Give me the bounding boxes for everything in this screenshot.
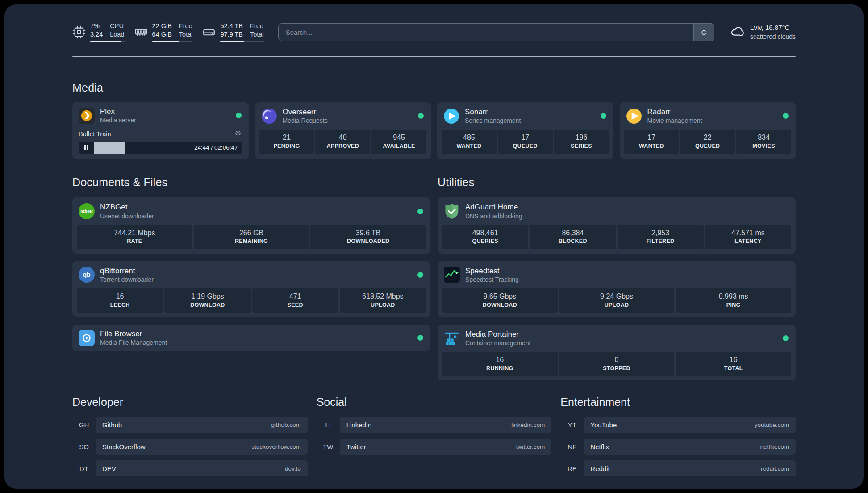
bookmark-netflix[interactable]: NF Netflixnetflix.com xyxy=(560,439,796,455)
stat-box: 9.65 GbpsDOWNLOAD xyxy=(442,288,558,313)
stat-label: LEECH xyxy=(79,301,161,309)
cpu-icon xyxy=(72,25,86,39)
disk-free-label: Free xyxy=(250,22,264,30)
stat-label: SERIES xyxy=(556,142,607,150)
bookmark-abbr: NF xyxy=(560,439,584,455)
bookmark-group-title: Entertainment xyxy=(560,396,796,409)
bookmark-dev[interactable]: DT DEVdev.to xyxy=(72,460,308,476)
service-link-qbittorrent[interactable]: qb qBittorrent Torrent downloader xyxy=(72,261,430,288)
status-dot xyxy=(417,335,423,341)
bookmark-domain: stackoverflow.com xyxy=(251,443,300,450)
bookmark-domain: twitter.com xyxy=(516,443,545,450)
playback-progress-bar[interactable]: 24:44 / 02:06:47 xyxy=(79,142,242,154)
stat-box: 22QUEUED xyxy=(680,130,735,154)
memory-icon xyxy=(134,25,148,39)
service-link-nzbget[interactable]: nzbget NZBGet Usenet downloader xyxy=(72,197,430,225)
service-link-sonarr[interactable]: Sonarr Series management xyxy=(437,102,613,130)
stat-box: 9.24 GbpsUPLOAD xyxy=(559,288,675,313)
service-link-portainer[interactable]: Media Portainer Container management xyxy=(438,325,796,352)
radarr-icon xyxy=(626,108,642,124)
stat-value: 618.52 Mbps xyxy=(342,292,424,301)
nzbget-icon: nzbget xyxy=(79,203,95,219)
bookmark-domain: linkedin.com xyxy=(511,422,545,428)
bookmark-github[interactable]: GH Githubgithub.com xyxy=(72,417,308,433)
stat-value: 16 xyxy=(444,355,556,365)
memory-free-label: Free xyxy=(179,22,193,30)
stat-label: REMAINING xyxy=(196,238,308,245)
search-input[interactable] xyxy=(279,24,693,41)
stat-value: 9.24 Gbps xyxy=(561,292,673,301)
service-stats: 744.21 MbpsRATE 266 GBREMAINING 39.6 TBD… xyxy=(77,225,426,249)
cpu-bar xyxy=(90,41,125,42)
gear-icon[interactable] xyxy=(234,130,242,138)
bookmark-abbr: RE xyxy=(560,460,584,476)
bookmark-group-entertainment: Entertainment YT YouTubeyoutube.com NF N… xyxy=(560,396,796,476)
stat-box: 0STOPPED xyxy=(559,352,675,376)
section-media: Media Plex Media server xyxy=(72,81,796,159)
stat-box: 17WANTED xyxy=(624,130,679,154)
stat-value: 945 xyxy=(373,133,425,142)
pause-button[interactable] xyxy=(79,142,94,154)
sonarr-icon xyxy=(443,108,459,124)
service-subtitle: Series management xyxy=(465,117,521,125)
bookmark-abbr: YT xyxy=(560,417,584,433)
stat-label: RATE xyxy=(79,238,191,245)
service-link-plex[interactable]: Plex Media server xyxy=(72,102,249,129)
stat-box: 618.52 MbpsUPLOAD xyxy=(340,288,426,313)
stat-box: 834MOVIES xyxy=(736,130,791,154)
stat-value: 40 xyxy=(317,133,368,142)
bookmark-twitter[interactable]: TW Twittertwitter.com xyxy=(317,439,552,455)
service-title: Speedtest xyxy=(465,266,519,276)
bookmark-name: DEV xyxy=(102,465,285,472)
service-card-nzbget: nzbget NZBGet Usenet downloader 744.21 M… xyxy=(72,197,430,253)
bookmark-stackoverflow[interactable]: SO StackOverflowstackoverflow.com xyxy=(72,439,308,455)
service-stats: 16RUNNING 0STOPPED 16TOTAL xyxy=(442,352,791,376)
stat-box: 21PENDING xyxy=(259,130,314,154)
service-card-adguard: AdGuard Home DNS and adblocking 498,461Q… xyxy=(438,197,796,253)
service-link-speedtest[interactable]: Speedtest Speedtest Tracking xyxy=(438,261,796,288)
stat-box: 471SEED xyxy=(252,288,338,313)
bookmark-reddit[interactable]: RE Redditreddit.com xyxy=(560,460,796,476)
service-link-radarr[interactable]: Radarr Movie management xyxy=(620,102,796,130)
stat-value: 16 xyxy=(79,292,161,301)
stat-box: 47.571 msLATENCY xyxy=(705,225,791,249)
status-dot xyxy=(783,335,789,341)
header-divider xyxy=(72,56,796,57)
stat-box: 196SERIES xyxy=(554,130,609,154)
stat-box: 498,461QUERIES xyxy=(442,225,528,249)
bookmark-domain: github.com xyxy=(271,422,301,428)
stat-value: 266 GB xyxy=(196,228,308,238)
search-provider-button[interactable]: G xyxy=(693,24,714,41)
service-link-adguard[interactable]: AdGuard Home DNS and adblocking xyxy=(438,197,796,225)
stat-label: RUNNING xyxy=(444,365,556,372)
service-subtitle: Usenet downloader xyxy=(100,212,154,220)
memory-total-label: Total xyxy=(179,30,193,39)
status-dot xyxy=(601,113,606,119)
bookmark-youtube[interactable]: YT YouTubeyoutube.com xyxy=(560,417,796,433)
stat-label: APPROVED xyxy=(317,142,368,150)
service-link-overseerr[interactable]: Overseerr Media Requests xyxy=(255,102,431,130)
disk-free-value: 52.4 TB xyxy=(220,22,243,30)
stat-value: 17 xyxy=(626,133,677,142)
memory-total-value: 64 GiB xyxy=(152,30,172,39)
weather-condition: scattered clouds xyxy=(750,33,796,41)
service-title: NZBGet xyxy=(100,202,154,212)
service-card-speedtest: Speedtest Speedtest Tracking 9.65 GbpsDO… xyxy=(438,261,796,317)
bookmark-group-title: Social xyxy=(317,396,552,409)
bookmark-domain: netflix.com xyxy=(760,443,789,450)
bookmark-abbr: LI xyxy=(317,417,340,433)
service-card-qbittorrent: qb qBittorrent Torrent downloader 16LEEC… xyxy=(72,261,430,317)
stat-label: SEED xyxy=(254,301,337,309)
playback-time: 24:44 / 02:06:47 xyxy=(194,142,238,154)
section-title-utilities: Utilities xyxy=(438,176,796,189)
bookmark-group-developer: Developer GH Githubgithub.com SO StackOv… xyxy=(72,396,308,476)
stat-value: 1.19 Gbps xyxy=(166,292,249,301)
search-bar: G xyxy=(278,23,714,41)
service-link-filebrowser[interactable]: File Browser Media File Management xyxy=(72,325,430,351)
memory-bar xyxy=(152,41,193,42)
cpu-usage: 7% xyxy=(90,22,103,30)
section-title-documents: Documents & Files xyxy=(72,176,430,189)
bookmark-name: Reddit xyxy=(590,465,761,472)
stat-label: FILTERED xyxy=(619,238,702,245)
bookmark-linkedin[interactable]: LI LinkedInlinkedin.com xyxy=(317,417,552,433)
